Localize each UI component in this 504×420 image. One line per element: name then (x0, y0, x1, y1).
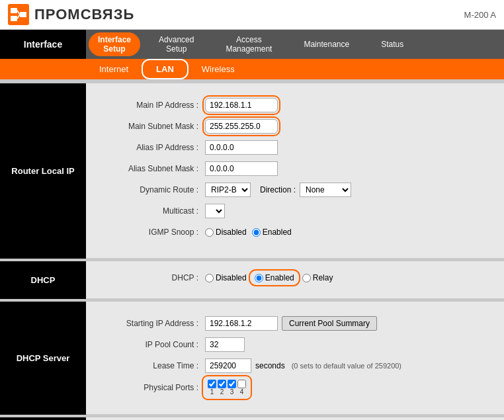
igmp-row: IGMP Snoop : Disabled Enabled (99, 224, 491, 241)
logo-text: ПРОМСВЯЗЬ (34, 6, 134, 23)
router-local-ip-label: Router Local IP (0, 83, 86, 259)
alias-subnet-input[interactable] (205, 161, 278, 176)
svg-rect-2 (11, 16, 17, 21)
dns-body: DNS Relay : Use Auto Discovered DNS Serv… (86, 417, 504, 420)
dhcp-enabled-radio[interactable]: Enabled (252, 273, 297, 283)
sub-tab-wireless[interactable]: Wireless (189, 60, 248, 78)
starting-ip-input[interactable] (205, 316, 278, 331)
dhcp-label: DHCP (0, 261, 86, 299)
dns-section-label: DNS (0, 417, 86, 420)
logo-area: ПРОМСВЯЗЬ (8, 4, 134, 25)
logo-icon (8, 4, 29, 25)
port-4-label: 4 (240, 388, 244, 396)
direction-label: Direction : (260, 185, 296, 194)
port-4-cell: 4 (237, 380, 246, 396)
direction-select[interactable]: None Both In Only Out Only (300, 183, 351, 197)
pool-summary-button[interactable]: Current Pool Summary (282, 316, 377, 331)
alias-ip-row: Alias IP Address : (99, 139, 491, 156)
lease-label: Lease Time : (99, 361, 205, 370)
lease-input[interactable] (205, 358, 251, 373)
port-1-label: 1 (210, 388, 214, 396)
port-2-label: 2 (220, 388, 224, 396)
port-1-checkbox[interactable] (208, 380, 216, 388)
nav-tab-interface-setup[interactable]: InterfaceSetup (89, 32, 140, 56)
port-1-cell: 1 (208, 380, 216, 396)
svg-rect-1 (11, 8, 17, 13)
dynamic-route-row: Dynamic Route : RIP2-B RIP1 RIP2 Directi… (99, 181, 491, 198)
multicast-select[interactable] (205, 204, 225, 218)
dhcp-body: DHCP : Disabled Enabled Relay (86, 261, 504, 299)
dhcp-server-body: Starting IP Address : Current Pool Summa… (86, 302, 504, 415)
sub-nav: Internet LAN Wireless (0, 59, 504, 79)
ip-pool-row: IP Pool Count : (99, 336, 491, 353)
lease-row: Lease Time : seconds (0 sets to default … (99, 357, 491, 374)
dns-section: DNS DNS Relay : Use Auto Discovered DNS … (0, 417, 504, 420)
alias-subnet-label: Alias Subnet Mask : (99, 164, 205, 173)
lease-note: (0 sets to default value of 259200) (292, 362, 401, 370)
main-ip-row: Main IP Address : (99, 97, 491, 114)
dhcp-server-label: DHCP Server (0, 302, 86, 415)
physical-ports-row: Physical Ports : 1 2 3 (99, 378, 491, 397)
port-3-checkbox[interactable] (228, 380, 236, 388)
router-local-ip-section: Router Local IP Main IP Address : Main S… (0, 83, 504, 259)
dynamic-route-select[interactable]: RIP2-B RIP1 RIP2 (205, 183, 251, 197)
port-2-checkbox[interactable] (218, 380, 226, 388)
port-3-label: 3 (230, 388, 234, 396)
ports-checkbox-grid: 1 2 3 4 (205, 378, 249, 397)
nav-interface-label: Interface (0, 30, 86, 59)
physical-ports-label: Physical Ports : (99, 383, 205, 392)
main-subnet-label: Main Subnet Mask : (99, 122, 205, 131)
dhcp-field-label: DHCP : (99, 273, 205, 282)
main-subnet-input[interactable] (205, 119, 278, 134)
sub-tab-internet[interactable]: Internet (86, 60, 142, 78)
nav-tab-status[interactable]: Status (365, 30, 419, 59)
port-2-cell: 2 (218, 380, 226, 396)
ip-pool-label: IP Pool Count : (99, 340, 205, 349)
router-local-ip-body: Main IP Address : Main Subnet Mask : Ali… (86, 83, 504, 259)
dhcp-relay-radio[interactable]: Relay (302, 273, 333, 282)
nav-bar: Interface InterfaceSetup AdvancedSetup A… (0, 30, 504, 59)
dhcp-row: DHCP : Disabled Enabled Relay (99, 269, 491, 286)
igmp-enabled-radio[interactable]: Enabled (252, 228, 292, 237)
dhcp-disabled-radio[interactable]: Disabled (205, 273, 247, 282)
starting-ip-label: Starting IP Address : (99, 319, 205, 328)
sub-tab-lan[interactable]: LAN (142, 59, 189, 79)
nav-tab-advanced-setup[interactable]: AdvancedSetup (143, 30, 210, 59)
dynamic-route-label: Dynamic Route : (99, 185, 205, 194)
svg-rect-3 (20, 12, 26, 17)
content-area: Router Local IP Main IP Address : Main S… (0, 79, 504, 420)
main-ip-label: Main IP Address : (99, 101, 205, 110)
nav-tabs: InterfaceSetup AdvancedSetup AccessManag… (86, 30, 504, 59)
starting-ip-row: Starting IP Address : Current Pool Summa… (99, 315, 491, 332)
alias-ip-label: Alias IP Address : (99, 143, 205, 152)
igmp-label: IGMP Snoop : (99, 228, 205, 237)
header: ПРОМСВЯЗЬ M-200 A (0, 0, 504, 30)
dhcp-server-section: DHCP Server Starting IP Address : Curren… (0, 302, 504, 415)
alias-subnet-row: Alias Subnet Mask : (99, 160, 491, 177)
main-subnet-row: Main Subnet Mask : (99, 118, 491, 135)
lease-unit: seconds (255, 361, 285, 370)
nav-tab-access-management[interactable]: AccessManagement (210, 30, 288, 59)
multicast-label: Multicast : (99, 206, 205, 216)
alias-ip-input[interactable] (205, 140, 278, 155)
ip-pool-input[interactable] (205, 337, 245, 352)
main-ip-input[interactable] (205, 98, 278, 112)
model-label: M-200 A (464, 10, 496, 20)
nav-tab-maintenance[interactable]: Maintenance (288, 30, 365, 59)
port-4-checkbox[interactable] (237, 380, 246, 388)
multicast-row: Multicast : (99, 202, 491, 220)
igmp-disabled-radio[interactable]: Disabled (205, 228, 247, 237)
dhcp-section: DHCP DHCP : Disabled Enabled Relay (0, 261, 504, 299)
port-3-cell: 3 (228, 380, 236, 396)
